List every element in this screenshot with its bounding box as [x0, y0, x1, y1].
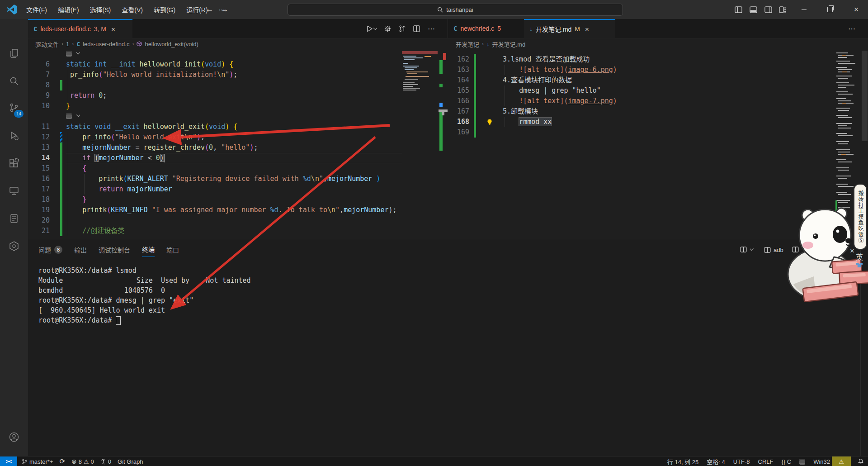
panel-tab-1[interactable]: 输出	[74, 245, 87, 257]
code-line-18[interactable]: 18 }	[28, 195, 402, 205]
code-line-15[interactable]: 15 {	[28, 163, 402, 174]
code-lens-row[interactable]	[28, 111, 402, 122]
minimize-button[interactable]	[793, 0, 814, 19]
code-line-163[interactable]: 163 ![alt text](image-6.png)	[448, 65, 835, 75]
code-line-166[interactable]: 166 ![alt text](image-7.png)	[448, 96, 835, 106]
terminal-line-3[interactable]: root@RK356X:/data# dmesg | grep "exit"	[38, 295, 193, 305]
terminal-tab-adb[interactable]: adb	[764, 247, 783, 253]
tab-newchrled[interactable]: C newchrled.c 5	[448, 19, 524, 38]
status-warning-tile[interactable]: ⚠	[832, 456, 851, 466]
panel-tab-3[interactable]: 终端	[142, 245, 155, 257]
search-input[interactable]: taishanpai	[288, 4, 623, 16]
source-control-icon[interactable]: 14	[0, 97, 28, 119]
terminal-launch-group[interactable]	[740, 247, 753, 252]
encoding-item[interactable]: UTF-8	[733, 458, 750, 465]
terminal-line-4[interactable]: [ 960.450645] Hello world exit	[38, 305, 165, 315]
search-sidebar-icon[interactable]	[0, 70, 28, 92]
breadcrumb-file[interactable]: 开发笔记.md	[492, 40, 526, 48]
code-editor-left[interactable]: 6static int __init helloworld_init(void)…	[28, 49, 402, 240]
extensions-icon[interactable]	[0, 152, 28, 174]
code-line-7[interactable]: 7 pr_info("Hello world initialization!\n…	[28, 70, 402, 80]
indentation-item[interactable]: 空格: 4	[707, 457, 725, 466]
minimap-left[interactable]	[401, 51, 439, 240]
code-line-168[interactable]: 168 rmmod xx	[448, 117, 835, 127]
terminal-line-1[interactable]: Module Size Used by Not tainted	[38, 276, 251, 285]
notifications-bell-icon[interactable]	[854, 456, 868, 466]
more-actions-icon[interactable]: ⋯	[428, 24, 435, 33]
restore-button[interactable]	[820, 0, 840, 19]
breadcrumb-folder[interactable]: 1	[66, 41, 69, 48]
account-icon[interactable]	[0, 426, 28, 448]
panel-tab-2[interactable]: 调试控制台	[99, 245, 130, 257]
ports-item[interactable]: 0	[100, 458, 111, 465]
problems-item[interactable]: ⊗8 ⚠0	[71, 458, 94, 465]
breadcrumb-symbol[interactable]: helloworld_exit(void)	[145, 41, 198, 48]
terminal-line-0[interactable]: root@RK356X:/data# lsmod	[38, 266, 137, 276]
run-debug-icon[interactable]	[0, 125, 28, 147]
open-changes-icon[interactable]	[399, 25, 406, 32]
code-line-164[interactable]: 1644.查看模块打印的数据	[448, 75, 835, 86]
menu-item-3[interactable]: 查看(V)	[117, 3, 147, 16]
code-line-13[interactable]: 13 mejornNumber = register_chrdev(0, "he…	[28, 143, 402, 153]
code-line-165[interactable]: 165 dmesg | grep "hello"	[448, 86, 835, 96]
code-line-14[interactable]: 14 if (mejorNumber < 0)	[28, 153, 402, 163]
scrollbar-right[interactable]	[862, 51, 868, 141]
code-lens-row[interactable]	[28, 49, 402, 59]
code-editor-right[interactable]: 1623.lsmod 查看是否加载成功163 ![alt text](image…	[448, 49, 835, 240]
breadcrumb-folder[interactable]: 开发笔记	[456, 40, 479, 48]
code-line-20[interactable]: 20	[28, 215, 402, 226]
code-line-11[interactable]: 11static void __exit helloworld_exit(voi…	[28, 122, 402, 132]
toggle-panel-icon[interactable]	[746, 4, 760, 15]
menu-item-1[interactable]: 编辑(E)	[53, 3, 84, 16]
tab-dev-notes[interactable]: ↓ 开发笔记.md M ×	[524, 19, 615, 38]
code-line-9[interactable]: 9 return 0;	[28, 90, 402, 101]
language-mode-item[interactable]: {} C	[781, 458, 791, 465]
menu-item-4[interactable]: 转到(G)	[149, 3, 180, 16]
assistant-plugin-icon[interactable]	[799, 459, 805, 465]
split-editor-icon[interactable]	[413, 25, 420, 32]
code-line-17[interactable]: 17 return majorNumber	[28, 184, 402, 195]
breadcrumb-folder[interactable]: 驱动文件	[35, 40, 59, 48]
remote-explorer-icon[interactable]	[0, 180, 28, 202]
terminal-line-2[interactable]: bcmdhd 1048576 0	[38, 285, 165, 295]
panel-tab-4[interactable]: 端口	[166, 245, 179, 257]
code-line-167[interactable]: 1675.卸载模块	[448, 106, 835, 117]
overview-ruler-left[interactable]	[439, 51, 448, 240]
terminal-split-icon[interactable]	[792, 247, 799, 252]
close-button[interactable]: ×	[846, 0, 867, 19]
menu-item-0[interactable]: 文件(F)	[22, 3, 52, 16]
run-code-icon[interactable]	[366, 25, 377, 32]
git-graph-item[interactable]: Git Graph	[118, 458, 143, 465]
tab-close-icon[interactable]: ×	[585, 25, 589, 33]
code-line-6[interactable]: 6static int __init helloworld_init(void)…	[28, 59, 402, 70]
code-line-12[interactable]: 12 pr_info("Hello world exit\n");	[28, 132, 402, 143]
panel-tab-0[interactable]: 问题8	[38, 245, 62, 257]
notebook-icon[interactable]	[0, 208, 28, 229]
code-line-162[interactable]: 1623.lsmod 查看是否加载成功	[448, 54, 835, 65]
git-branch-item[interactable]: master*+	[22, 458, 53, 465]
cursor-position-item[interactable]: 行 14, 列 25	[667, 457, 698, 466]
tab-close-icon[interactable]: ×	[111, 25, 115, 33]
toggle-secondary-sidebar-icon[interactable]	[761, 4, 775, 15]
minimap-right[interactable]	[835, 51, 862, 214]
menu-item-2[interactable]: 选择(S)	[85, 3, 116, 16]
settings-editor-icon[interactable]	[384, 25, 391, 32]
code-line-8[interactable]: 8	[28, 80, 402, 90]
code-line-16[interactable]: 16 printk(KERN_ALERT "Registering device…	[28, 174, 402, 184]
customize-layout-icon[interactable]	[776, 4, 789, 15]
more-actions-icon[interactable]: ⋯	[848, 24, 856, 33]
tab-leds-user-defind[interactable]: C leds-user-defind.c 3, M ×	[28, 19, 132, 38]
nav-forward-icon[interactable]: →	[218, 4, 231, 15]
ime-indicator[interactable]: 英	[853, 251, 866, 267]
plugin-icon[interactable]	[0, 235, 28, 257]
toggle-sidebar-icon[interactable]	[731, 4, 745, 15]
explorer-icon[interactable]	[0, 43, 28, 64]
breadcrumb-file[interactable]: leds-user-defind.c	[83, 41, 129, 48]
code-line-169[interactable]: 169	[448, 127, 835, 138]
eol-item[interactable]: CRLF	[758, 458, 774, 465]
remote-indicator[interactable]: ><	[0, 456, 17, 466]
code-line-21[interactable]: 21 //创建设备类	[28, 226, 402, 236]
terminal-line-5[interactable]: root@RK356X:/data#	[38, 315, 116, 325]
code-line-10[interactable]: 10}	[28, 101, 402, 111]
sync-changes-item[interactable]: ⟳	[59, 457, 65, 466]
